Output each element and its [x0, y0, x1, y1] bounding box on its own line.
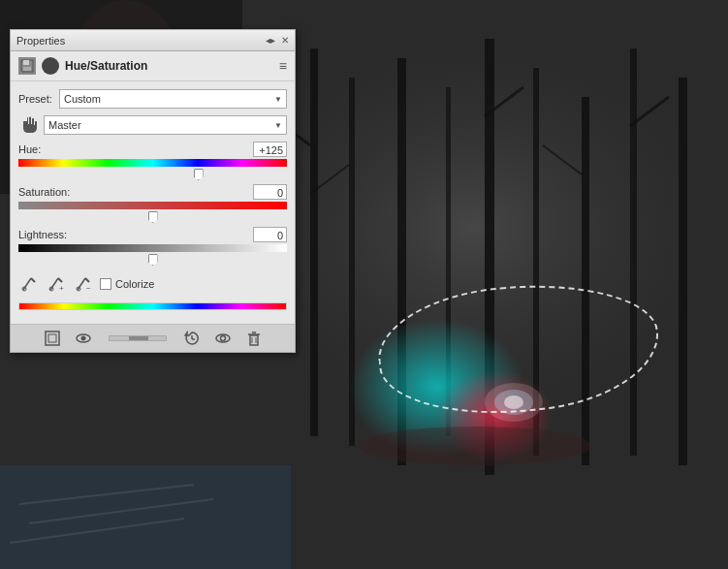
- rainbow-bar: [18, 302, 287, 310]
- svg-line-34: [58, 278, 62, 282]
- preset-value: Custom: [64, 93, 101, 105]
- history-icon-btn[interactable]: [182, 329, 202, 348]
- properties-panel: Properties ◂▸ ✕ Hue/Saturation ≡ Preset:…: [10, 29, 296, 353]
- preset-row: Preset: Custom ▼: [18, 89, 287, 109]
- panel-title: Properties: [16, 35, 65, 47]
- hue-slider-row: Hue: +125: [18, 142, 287, 180]
- svg-rect-29: [23, 60, 29, 65]
- footer-scrollbar[interactable]: [109, 335, 167, 341]
- svg-line-39: [78, 278, 85, 290]
- panel-icon-circle[interactable]: [42, 57, 59, 75]
- panel-resize-btn[interactable]: ◂▸: [266, 36, 275, 46]
- svg-point-49: [220, 336, 225, 341]
- footer-scrollbar-thumb: [129, 336, 148, 340]
- colorize-label: Colorize: [115, 278, 154, 290]
- svg-text:−: −: [86, 284, 91, 292]
- channel-dropdown[interactable]: Master ▼: [44, 115, 287, 135]
- lightness-label: Lightness:: [18, 229, 67, 240]
- bottom-shadow: [0, 443, 291, 569]
- panel-footer: [11, 324, 295, 352]
- saturation-thumb-wrapper: [18, 211, 287, 223]
- hue-label: Hue:: [18, 143, 41, 155]
- lightness-slider-row: Lightness: 0: [18, 227, 287, 266]
- lightness-thumb[interactable]: [148, 254, 158, 266]
- panel-close-btn[interactable]: ✕: [281, 36, 289, 46]
- visibility-icon-btn[interactable]: [74, 329, 93, 348]
- hue-value[interactable]: +125: [253, 142, 287, 157]
- hue-track[interactable]: [18, 159, 287, 167]
- channel-arrow-icon: ▼: [274, 121, 282, 130]
- svg-rect-50: [250, 335, 258, 345]
- eyedropper-plus-tool-btn[interactable]: +: [46, 273, 67, 295]
- hue-thumb-wrapper: [18, 169, 287, 180]
- lightness-track[interactable]: [18, 244, 287, 252]
- panel-menu-button[interactable]: ≡: [279, 58, 287, 74]
- svg-line-31: [31, 278, 35, 282]
- channel-row: Master ▼: [18, 114, 287, 136]
- panel-titlebar: Properties ◂▸ ✕: [11, 30, 295, 51]
- view-icon-btn[interactable]: [213, 329, 233, 348]
- saturation-thumb[interactable]: [148, 211, 158, 223]
- panel-header-title: Hue/Saturation: [65, 59, 147, 73]
- eyedropper-minus-tool-btn[interactable]: −: [73, 273, 94, 295]
- tools-row: + − Colorize: [18, 273, 287, 295]
- hue-slider-header: Hue: +125: [18, 142, 287, 157]
- preset-dropdown[interactable]: Custom ▼: [59, 89, 287, 109]
- eyedropper-tool-btn[interactable]: [18, 273, 40, 295]
- hue-thumb[interactable]: [194, 169, 204, 180]
- svg-rect-30: [23, 67, 31, 71]
- saturation-label: Saturation:: [18, 186, 70, 198]
- svg-point-45: [80, 336, 85, 341]
- preset-arrow-icon: ▼: [274, 95, 282, 104]
- svg-rect-42: [46, 332, 59, 345]
- panel-content: Preset: Custom ▼ Master ▼ Hue: +125: [11, 81, 295, 324]
- mask-icon-btn[interactable]: [43, 329, 62, 348]
- svg-rect-43: [48, 334, 56, 342]
- saturation-slider-header: Saturation: 0: [18, 184, 287, 200]
- lightness-value[interactable]: 0: [253, 227, 287, 242]
- svg-text:+: +: [59, 284, 64, 292]
- saturation-slider-row: Saturation: 0: [18, 184, 287, 223]
- colorize-row: Colorize: [100, 278, 154, 290]
- panel-icon-floppy[interactable]: [18, 57, 36, 75]
- lightness-slider-header: Lightness: 0: [18, 227, 287, 242]
- hand-tool-icon[interactable]: [18, 114, 40, 136]
- panel-title-controls: ◂▸ ✕: [266, 36, 289, 46]
- panel-header: Hue/Saturation ≡: [11, 51, 295, 81]
- svg-line-35: [50, 278, 58, 290]
- svg-line-38: [85, 278, 89, 282]
- delete-icon-btn[interactable]: [244, 329, 264, 348]
- saturation-track[interactable]: [18, 202, 287, 209]
- colorize-checkbox[interactable]: [100, 278, 111, 290]
- lightness-thumb-wrapper: [18, 254, 287, 266]
- preset-label: Preset:: [18, 93, 55, 105]
- channel-value: Master: [48, 119, 81, 131]
- saturation-value[interactable]: 0: [253, 184, 287, 200]
- svg-line-32: [23, 278, 31, 290]
